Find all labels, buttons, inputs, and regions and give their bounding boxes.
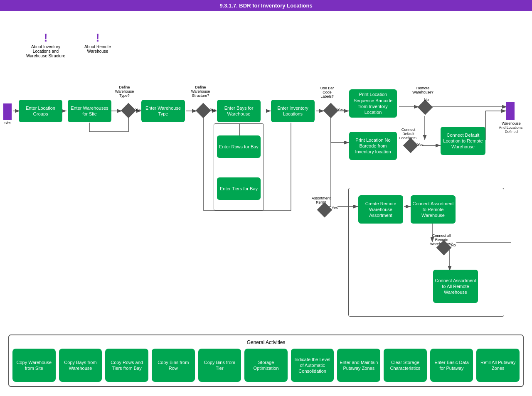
storage-opt[interactable]: Storage Optimization: [244, 349, 288, 382]
copy-rows-tiers[interactable]: Copy Rows and Tiers from Bay: [105, 349, 148, 382]
copy-bins-tier[interactable]: Copy Bins from Tier: [198, 349, 241, 382]
yes-barcode: Yes: [337, 108, 344, 112]
diamond-wh-type: [121, 103, 136, 118]
connect-default-loc-remote[interactable]: Connect Default Location to Remote Wareh…: [441, 127, 485, 155]
exclaim-icon-2: !: [79, 32, 116, 44]
about-remote-wh-icon[interactable]: ! About Remote Warehouse: [79, 32, 116, 54]
diamond-barcode: [323, 103, 339, 118]
wh-locations-defined-label: Warehouse And Locations, Defined: [499, 121, 524, 134]
bottom-panel: General Activities Copy Warehouse from S…: [8, 335, 524, 387]
define-wh-type-question: Define Warehouse Type?: [113, 85, 136, 98]
enter-maintain-putaway[interactable]: Enter and Maintain Putaway Zones: [337, 349, 380, 382]
enter-warehouses-for-site[interactable]: Enter Warehouses for Site: [68, 100, 111, 122]
about-inv-loc-icon[interactable]: ! About Inventory Locations and Warehous…: [23, 32, 69, 58]
general-activities-title: General Activities: [12, 339, 520, 345]
copy-bins-row[interactable]: Copy Bins from Row: [152, 349, 195, 382]
use-barcode-question: Use Bar Code Labels?: [317, 86, 337, 98]
yes-assortment: Yes: [332, 206, 338, 210]
print-loc-seq-barcode[interactable]: Print Location Sequence Barcode from Inv…: [349, 89, 397, 118]
diamond-remote: [418, 100, 433, 115]
enter-inventory-locations[interactable]: Enter Inventory Locations: [271, 100, 315, 122]
wh-locations-defined-terminal: [506, 102, 515, 120]
yes-wh-struct: Yes: [210, 108, 216, 112]
define-wh-struct-question: Define Warehouse Structure?: [189, 85, 212, 98]
connect-default-question: Connect Default Locations?: [397, 128, 420, 140]
indicate-auto[interactable]: Indicate the Level of Automatic Consolid…: [291, 349, 334, 382]
page-header: 9.3.1.7. BDR for Inventory Locations: [0, 0, 532, 11]
yes-wh-type: Yes: [135, 108, 141, 112]
exclaim-icon-1: !: [23, 32, 69, 44]
header-title: 9.3.1.7. BDR for Inventory Locations: [219, 2, 312, 9]
diagram-area: ! About Inventory Locations and Warehous…: [0, 11, 532, 331]
remote-wh-section-box: [348, 188, 504, 317]
print-loc-no-barcode[interactable]: Print Location No Barcode from Inventory…: [349, 132, 397, 160]
no-remote: No: [424, 98, 429, 102]
remote-wh-question: Remote Warehouse?: [411, 86, 434, 94]
diamond-wh-struct: [196, 103, 211, 118]
enter-location-groups[interactable]: Enter Location Groups: [19, 100, 62, 122]
diamond-assortment: [317, 202, 332, 218]
enter-basic-putaway[interactable]: Enter Basic Data for Putaway: [430, 349, 473, 382]
refill-all-putaway[interactable]: Refill All Putaway Zones: [476, 349, 520, 382]
enter-warehouse-type[interactable]: Enter Warehouse Type: [141, 100, 185, 122]
site-label: Site: [2, 121, 13, 125]
copy-wh-site[interactable]: Copy Warehouse from Site: [12, 349, 56, 382]
copy-bays-wh[interactable]: Copy Bays from Warehouse: [59, 349, 102, 382]
activities-row: Copy Warehouse from SiteCopy Bays from W…: [12, 349, 520, 382]
site-terminal: [3, 103, 12, 120]
yes-connect: Yes: [417, 143, 424, 147]
about-inv-loc-label: About Inventory Locations and Warehouse …: [23, 44, 69, 58]
structure-options-box: [214, 123, 264, 211]
about-remote-wh-label: About Remote Warehouse: [79, 44, 116, 54]
enter-bays-warehouse[interactable]: Enter Bays for Warehouse: [217, 100, 261, 122]
clear-storage[interactable]: Clear Storage Characteristics: [384, 349, 427, 382]
assortment-refill-question: Assortment Refill?: [310, 196, 332, 204]
diamond-connect-default: [403, 138, 419, 153]
